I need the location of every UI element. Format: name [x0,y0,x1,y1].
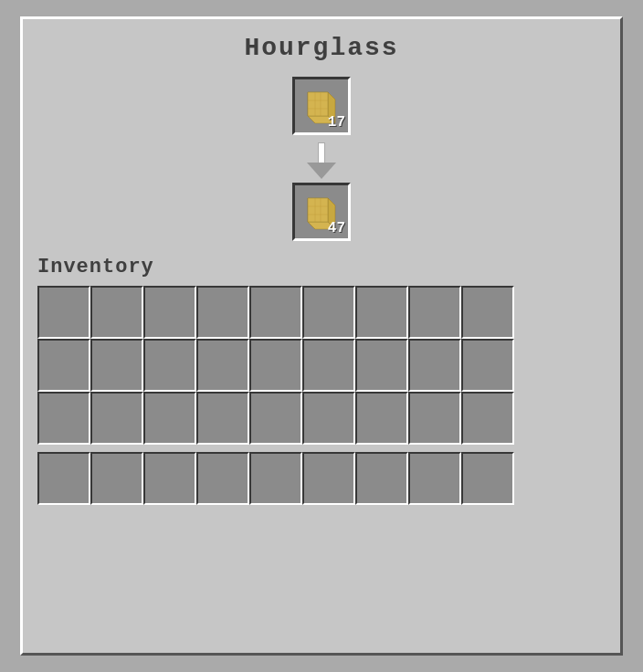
inv-slot-1-1[interactable] [90,339,143,392]
crafting-area: 17 47 [37,77,606,241]
svg-marker-13 [308,198,328,222]
inventory-grid [37,286,606,505]
inv-slot-2-0[interactable] [37,392,90,445]
inv-slot-0-4[interactable] [249,286,302,339]
arrow-head [307,163,336,179]
output-item-count: 47 [328,220,345,236]
inv-slot-0-6[interactable] [355,286,408,339]
hotbar-slot-8[interactable] [461,452,514,505]
inv-slot-2-5[interactable] [302,392,355,445]
inventory-section: Inventory [37,256,606,505]
inv-slot-0-2[interactable] [143,286,196,339]
inv-slot-1-7[interactable] [408,339,461,392]
inv-slot-2-4[interactable] [249,392,302,445]
inv-slot-2-2[interactable] [143,392,196,445]
hotbar-slot-6[interactable] [355,452,408,505]
hotbar-row [37,452,606,505]
inventory-label: Inventory [37,256,606,278]
inv-slot-0-1[interactable] [90,286,143,339]
inv-slot-0-0[interactable] [37,286,90,339]
inv-slot-2-7[interactable] [408,392,461,445]
input-item-count: 17 [328,114,345,131]
inv-slot-2-1[interactable] [90,392,143,445]
hotbar-slot-7[interactable] [408,452,461,505]
hotbar-separator [37,445,606,452]
arrow-shaft [318,142,325,163]
inv-slot-2-8[interactable] [461,392,514,445]
window-title: Hourglass [37,34,606,62]
inv-slot-1-6[interactable] [355,339,408,392]
inv-slot-2-3[interactable] [196,392,249,445]
svg-marker-4 [308,92,328,116]
input-slot[interactable]: 17 [292,77,351,135]
hotbar-slot-2[interactable] [143,452,196,505]
inv-slot-0-3[interactable] [196,286,249,339]
hotbar-slot-3[interactable] [196,452,249,505]
inv-slot-0-8[interactable] [461,286,514,339]
inv-slot-1-0[interactable] [37,339,90,392]
inv-slot-1-2[interactable] [143,339,196,392]
main-window: Hourglass 17 [20,16,623,656]
hotbar-slot-1[interactable] [90,452,143,505]
inventory-row-2 [37,339,606,392]
hotbar-slot-0[interactable] [37,452,90,505]
hotbar-slot-5[interactable] [302,452,355,505]
inventory-row-1 [37,286,606,339]
inventory-row-3 [37,392,606,445]
inv-slot-0-5[interactable] [302,286,355,339]
inv-slot-1-3[interactable] [196,339,249,392]
inv-slot-0-7[interactable] [408,286,461,339]
inv-slot-1-8[interactable] [461,339,514,392]
inv-slot-1-4[interactable] [249,339,302,392]
output-slot[interactable]: 47 [292,183,351,241]
hotbar-slot-4[interactable] [249,452,302,505]
inv-slot-2-6[interactable] [355,392,408,445]
inv-slot-1-5[interactable] [302,339,355,392]
